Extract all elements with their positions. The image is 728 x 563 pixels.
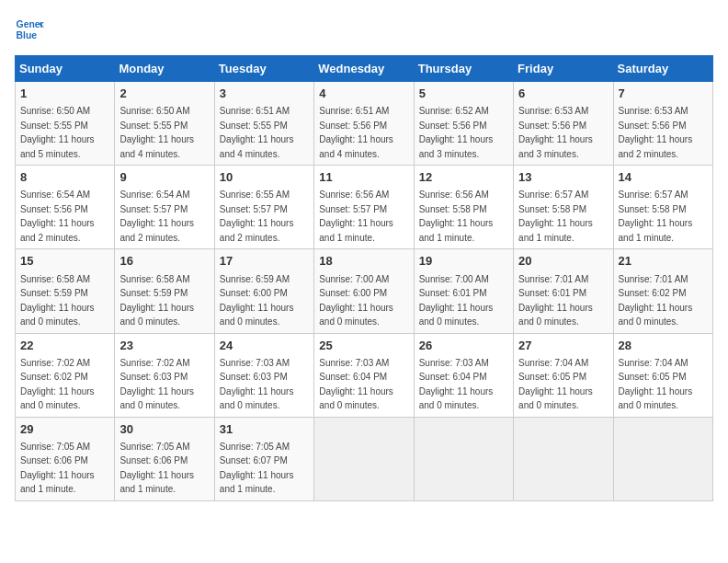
day-number: 4 bbox=[319, 86, 408, 102]
day-info: Sunrise: 7:05 AMSunset: 6:06 PMDaylight:… bbox=[119, 442, 194, 495]
day-info: Sunrise: 7:05 AMSunset: 6:07 PMDaylight:… bbox=[220, 442, 294, 495]
calendar-day-cell: 3 Sunrise: 6:51 AMSunset: 5:55 PMDayligh… bbox=[214, 82, 313, 166]
day-number: 18 bbox=[319, 253, 408, 270]
day-info: Sunrise: 7:03 AMSunset: 6:04 PMDaylight:… bbox=[419, 358, 494, 411]
calendar-week-row: 29 Sunrise: 7:05 AMSunset: 6:06 PMDaylig… bbox=[16, 417, 713, 500]
logo: General Blue bbox=[15, 15, 44, 44]
day-number: 19 bbox=[419, 253, 508, 270]
calendar-table: SundayMondayTuesdayWednesdayThursdayFrid… bbox=[15, 55, 713, 501]
calendar-day-cell: 8 Sunrise: 6:54 AMSunset: 5:56 PMDayligh… bbox=[16, 166, 115, 249]
calendar-day-cell: 28 Sunrise: 7:04 AMSunset: 6:05 PMDaylig… bbox=[613, 333, 712, 417]
day-info: Sunrise: 6:56 AMSunset: 5:57 PMDaylight:… bbox=[319, 190, 393, 243]
calendar-day-cell: 2 Sunrise: 6:50 AMSunset: 5:55 PMDayligh… bbox=[115, 82, 214, 166]
day-number: 29 bbox=[20, 421, 109, 438]
calendar-day-cell: 7 Sunrise: 6:53 AMSunset: 5:56 PMDayligh… bbox=[613, 82, 712, 166]
page-header: General Blue bbox=[15, 15, 713, 44]
day-number: 10 bbox=[220, 169, 309, 186]
day-info: Sunrise: 6:51 AMSunset: 5:55 PMDaylight:… bbox=[220, 106, 294, 159]
day-info: Sunrise: 6:58 AMSunset: 5:59 PMDaylight:… bbox=[119, 274, 194, 327]
calendar-week-row: 8 Sunrise: 6:54 AMSunset: 5:56 PMDayligh… bbox=[16, 166, 713, 249]
day-info: Sunrise: 7:01 AMSunset: 6:02 PMDaylight:… bbox=[619, 274, 693, 327]
weekday-header: Friday bbox=[514, 56, 613, 82]
calendar-day-cell: 19 Sunrise: 7:00 AMSunset: 6:01 PMDaylig… bbox=[414, 249, 513, 333]
day-number: 24 bbox=[220, 338, 309, 354]
calendar-day-cell: 23 Sunrise: 7:02 AMSunset: 6:03 PMDaylig… bbox=[115, 333, 214, 417]
calendar-day-cell: 29 Sunrise: 7:05 AMSunset: 6:06 PMDaylig… bbox=[16, 417, 115, 500]
calendar-day-cell: 1 Sunrise: 6:50 AMSunset: 5:55 PMDayligh… bbox=[16, 82, 115, 166]
day-number: 6 bbox=[518, 86, 608, 102]
day-number: 25 bbox=[319, 338, 408, 354]
day-number: 8 bbox=[20, 169, 109, 186]
day-number: 31 bbox=[220, 421, 309, 438]
day-info: Sunrise: 6:50 AMSunset: 5:55 PMDaylight:… bbox=[20, 106, 95, 159]
day-info: Sunrise: 6:54 AMSunset: 5:57 PMDaylight:… bbox=[119, 190, 194, 243]
day-info: Sunrise: 6:54 AMSunset: 5:56 PMDaylight:… bbox=[20, 190, 95, 243]
calendar-day-cell: 24 Sunrise: 7:03 AMSunset: 6:03 PMDaylig… bbox=[214, 333, 313, 417]
day-info: Sunrise: 6:57 AMSunset: 5:58 PMDaylight:… bbox=[619, 190, 693, 243]
day-number: 3 bbox=[220, 86, 309, 102]
day-number: 22 bbox=[20, 338, 109, 354]
calendar-header-row: SundayMondayTuesdayWednesdayThursdayFrid… bbox=[16, 56, 713, 82]
calendar-day-cell bbox=[414, 417, 513, 500]
calendar-week-row: 1 Sunrise: 6:50 AMSunset: 5:55 PMDayligh… bbox=[16, 82, 713, 166]
day-info: Sunrise: 7:03 AMSunset: 6:03 PMDaylight:… bbox=[220, 358, 294, 411]
calendar-body: 1 Sunrise: 6:50 AMSunset: 5:55 PMDayligh… bbox=[16, 82, 713, 501]
day-info: Sunrise: 7:01 AMSunset: 6:01 PMDaylight:… bbox=[518, 274, 593, 327]
day-number: 26 bbox=[419, 338, 508, 354]
calendar-day-cell: 21 Sunrise: 7:01 AMSunset: 6:02 PMDaylig… bbox=[613, 249, 712, 333]
calendar-day-cell: 15 Sunrise: 6:58 AMSunset: 5:59 PMDaylig… bbox=[16, 249, 115, 333]
calendar-day-cell: 16 Sunrise: 6:58 AMSunset: 5:59 PMDaylig… bbox=[115, 249, 214, 333]
day-number: 27 bbox=[518, 338, 608, 354]
calendar-day-cell: 22 Sunrise: 7:02 AMSunset: 6:02 PMDaylig… bbox=[16, 333, 115, 417]
day-info: Sunrise: 7:05 AMSunset: 6:06 PMDaylight:… bbox=[20, 442, 95, 495]
day-info: Sunrise: 6:59 AMSunset: 6:00 PMDaylight:… bbox=[220, 274, 294, 327]
calendar-day-cell: 12 Sunrise: 6:56 AMSunset: 5:58 PMDaylig… bbox=[414, 166, 513, 249]
weekday-header: Sunday bbox=[16, 56, 115, 82]
calendar-day-cell: 11 Sunrise: 6:56 AMSunset: 5:57 PMDaylig… bbox=[314, 166, 414, 249]
day-number: 28 bbox=[619, 338, 708, 354]
weekday-header: Wednesday bbox=[314, 56, 414, 82]
day-number: 1 bbox=[20, 86, 109, 102]
calendar-day-cell bbox=[613, 417, 712, 500]
day-info: Sunrise: 7:02 AMSunset: 6:02 PMDaylight:… bbox=[20, 358, 95, 411]
day-number: 14 bbox=[619, 169, 708, 186]
day-info: Sunrise: 7:04 AMSunset: 6:05 PMDaylight:… bbox=[619, 358, 693, 411]
calendar-day-cell: 31 Sunrise: 7:05 AMSunset: 6:07 PMDaylig… bbox=[214, 417, 313, 500]
day-info: Sunrise: 7:04 AMSunset: 6:05 PMDaylight:… bbox=[518, 358, 593, 411]
calendar-day-cell: 10 Sunrise: 6:55 AMSunset: 5:57 PMDaylig… bbox=[214, 166, 313, 249]
day-info: Sunrise: 7:00 AMSunset: 6:00 PMDaylight:… bbox=[319, 274, 393, 327]
calendar-day-cell: 9 Sunrise: 6:54 AMSunset: 5:57 PMDayligh… bbox=[115, 166, 214, 249]
day-info: Sunrise: 6:53 AMSunset: 5:56 PMDaylight:… bbox=[619, 106, 693, 159]
weekday-header: Saturday bbox=[613, 56, 712, 82]
day-number: 15 bbox=[20, 253, 109, 270]
calendar-day-cell: 18 Sunrise: 7:00 AMSunset: 6:00 PMDaylig… bbox=[314, 249, 414, 333]
calendar-week-row: 22 Sunrise: 7:02 AMSunset: 6:02 PMDaylig… bbox=[16, 333, 713, 417]
svg-text:Blue: Blue bbox=[17, 30, 38, 40]
weekday-header: Monday bbox=[115, 56, 214, 82]
day-number: 7 bbox=[619, 86, 708, 102]
calendar-day-cell: 26 Sunrise: 7:03 AMSunset: 6:04 PMDaylig… bbox=[414, 333, 513, 417]
day-info: Sunrise: 6:55 AMSunset: 5:57 PMDaylight:… bbox=[220, 190, 294, 243]
day-number: 5 bbox=[419, 86, 508, 102]
calendar-week-row: 15 Sunrise: 6:58 AMSunset: 5:59 PMDaylig… bbox=[16, 249, 713, 333]
day-number: 16 bbox=[119, 253, 209, 270]
day-number: 17 bbox=[220, 253, 309, 270]
calendar-day-cell: 25 Sunrise: 7:03 AMSunset: 6:04 PMDaylig… bbox=[314, 333, 414, 417]
day-number: 21 bbox=[619, 253, 708, 270]
day-info: Sunrise: 7:02 AMSunset: 6:03 PMDaylight:… bbox=[119, 358, 194, 411]
day-number: 12 bbox=[419, 169, 508, 186]
day-number: 11 bbox=[319, 169, 408, 186]
weekday-header: Thursday bbox=[414, 56, 513, 82]
day-number: 13 bbox=[518, 169, 608, 186]
day-number: 20 bbox=[518, 253, 608, 270]
day-number: 2 bbox=[119, 86, 209, 102]
calendar-day-cell: 17 Sunrise: 6:59 AMSunset: 6:00 PMDaylig… bbox=[214, 249, 313, 333]
day-info: Sunrise: 6:56 AMSunset: 5:58 PMDaylight:… bbox=[419, 190, 494, 243]
day-info: Sunrise: 7:00 AMSunset: 6:01 PMDaylight:… bbox=[419, 274, 494, 327]
day-info: Sunrise: 7:03 AMSunset: 6:04 PMDaylight:… bbox=[319, 358, 393, 411]
logo-icon: General Blue bbox=[15, 15, 44, 44]
calendar-day-cell: 20 Sunrise: 7:01 AMSunset: 6:01 PMDaylig… bbox=[514, 249, 613, 333]
weekday-header: Tuesday bbox=[214, 56, 313, 82]
calendar-day-cell: 4 Sunrise: 6:51 AMSunset: 5:56 PMDayligh… bbox=[314, 82, 414, 166]
calendar-day-cell bbox=[314, 417, 414, 500]
